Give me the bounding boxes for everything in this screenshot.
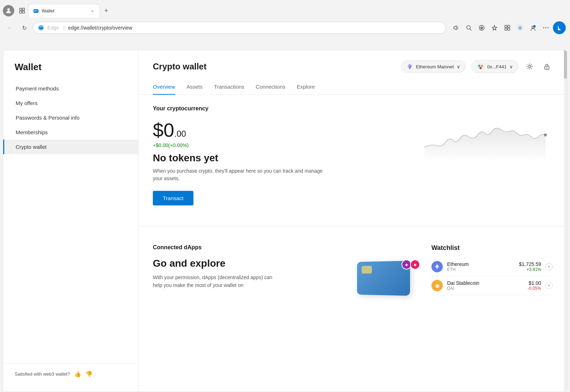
connected-dapps-section: Connected dApps Go and explore With your… [153, 244, 420, 297]
dai-remove-button[interactable]: × [545, 282, 553, 289]
main-content: Crypto wallet Ethereum Mainnet ∨ [139, 50, 567, 392]
tab-overview[interactable]: Overview [153, 80, 175, 95]
svg-point-0 [7, 8, 10, 11]
network-name: Ethereum Mainnet [416, 64, 454, 69]
sidebar-item-payment-methods[interactable]: Payment methods [3, 81, 138, 96]
thumbs-down-icon[interactable]: 👎 [86, 371, 93, 377]
tab-switcher-icon[interactable] [17, 6, 27, 16]
dai-change: -0.05% [528, 286, 541, 291]
dapps-chain-icons: ◈ ◈ [401, 260, 420, 270]
url-display[interactable]: edge://wallet/crypto/overview [68, 25, 441, 31]
address-bar[interactable]: Edge | edge://wallet/crypto/overview [33, 22, 446, 34]
sidebar-item-memberships[interactable]: Memberships [3, 125, 138, 140]
svg-point-33 [529, 66, 531, 68]
settings-icon[interactable] [524, 61, 535, 72]
eth-coin-icon [431, 261, 443, 272]
tab-assets[interactable]: Assets [187, 80, 203, 95]
svg-rect-3 [20, 11, 22, 13]
more-options-icon[interactable] [540, 22, 551, 33]
dai-price-area: $1.00 -0.05% [528, 280, 541, 291]
watchlist-item-eth: Ethereum ETH $1,725.59 +3.81% × [431, 257, 553, 276]
svg-rect-16 [508, 28, 510, 30]
profile-icon[interactable] [3, 5, 14, 16]
svg-point-22 [543, 27, 544, 28]
sidebar: Wallet Payment methods My offers Passwor… [3, 50, 139, 392]
dapps-heading: Go and explore [153, 258, 349, 269]
crypto-chart [417, 119, 553, 165]
sidebar-item-passwords-personal[interactable]: Passwords & Personal info [3, 110, 138, 125]
network-chevron-icon: ∨ [457, 64, 460, 69]
eth-coin-symbol: ETH [447, 267, 515, 272]
bing-chat-button[interactable] [553, 21, 566, 34]
balance-section: $0.00 +$0.00(+0.00%) No tokens yet When … [153, 119, 553, 205]
svg-line-11 [470, 29, 471, 30]
bottom-grid: Connected dApps Go and explore With your… [139, 234, 567, 308]
watchlist-title: Watchlist [431, 244, 553, 252]
network-selector[interactable]: Ethereum Mainnet ∨ [401, 61, 466, 73]
tab-transactions[interactable]: Transactions [214, 80, 244, 95]
balance-cents: .00 [174, 129, 186, 139]
active-tab[interactable]: Wallet × [28, 4, 100, 17]
address-separator: Edge [47, 25, 59, 31]
connected-dapps-title: Connected dApps [153, 244, 420, 251]
scrollbar-thumb[interactable] [564, 50, 567, 79]
dapps-content: Go and explore With your permission, dAp… [153, 258, 349, 289]
eth-remove-button[interactable]: × [545, 263, 553, 270]
profile-menu-icon[interactable]: + [527, 22, 539, 33]
svg-rect-4 [22, 11, 25, 13]
favorites-icon[interactable] [489, 22, 500, 33]
dai-coin-symbol: DAI [447, 286, 523, 291]
svg-rect-2 [22, 8, 25, 10]
page-title: Crypto wallet [153, 62, 207, 72]
tab-bar: Wallet × + [0, 0, 570, 19]
tab-connections[interactable]: Connections [256, 80, 285, 95]
favorites-add-icon[interactable] [476, 22, 487, 33]
tab-close-button[interactable]: × [89, 8, 95, 14]
svg-point-30 [478, 65, 480, 67]
sidebar-feedback: Satisfied with web3 wallet? 👍 👎 [3, 363, 138, 385]
svg-rect-13 [505, 25, 507, 27]
svg-rect-1 [20, 8, 22, 10]
cryptocurrency-section-title: Your cryptocurrency [153, 105, 553, 112]
no-tokens-description: When you purchase crypto, they'll appear… [153, 167, 331, 182]
svg-point-23 [545, 27, 546, 28]
back-button[interactable]: ← [4, 22, 16, 33]
svg-point-36 [544, 134, 547, 136]
svg-text:+: + [534, 25, 535, 27]
scrollbar-track [564, 50, 567, 392]
tabs-bar: Overview Assets Transactions Connections… [139, 73, 567, 95]
balance-left: $0.00 +$0.00(+0.00%) No tokens yet When … [153, 119, 331, 205]
chart-svg [417, 119, 553, 169]
thumbs-up-icon[interactable]: 👍 [74, 371, 81, 377]
transact-button[interactable]: Transact [153, 191, 193, 205]
balance-amount: $0.00 [153, 119, 331, 141]
section-divider [139, 226, 567, 226]
collections-icon[interactable] [502, 22, 513, 33]
tab-explore[interactable]: Explore [297, 80, 315, 95]
tab-favicon-icon [33, 8, 39, 14]
lock-icon[interactable] [541, 61, 553, 72]
account-selector[interactable]: 0x...F441 ∨ [471, 60, 518, 73]
search-icon[interactable] [463, 22, 475, 33]
browser-brand-icon[interactable]: e [514, 22, 526, 33]
main-header: Crypto wallet Ethereum Mainnet ∨ [139, 50, 567, 73]
eth-change: +3.81% [519, 267, 541, 272]
account-avatar-icon [477, 63, 484, 70]
no-tokens-title: No tokens yet [153, 152, 331, 164]
sidebar-item-crypto-wallet[interactable]: Crypto wallet [3, 140, 138, 154]
sidebar-item-my-offers[interactable]: My offers [3, 96, 138, 110]
svg-rect-15 [505, 28, 507, 30]
eth-coin-name: Ethereum [447, 261, 515, 267]
address-pipe: | [63, 25, 65, 31]
dapps-visual-area: ◈ ◈ [356, 258, 420, 297]
new-tab-button[interactable]: + [101, 6, 111, 16]
svg-point-12 [479, 25, 484, 30]
ethereum-network-icon [406, 63, 413, 70]
dai-coin-icon: ◉ [431, 280, 443, 291]
watchlist-item-dai: ◉ Dai Stablecoin DAI $1.00 -0.05% × [431, 276, 553, 295]
read-aloud-icon[interactable] [450, 22, 462, 33]
header-controls: Ethereum Mainnet ∨ 0x...F441 ∨ [401, 60, 553, 73]
svg-point-35 [546, 68, 548, 69]
refresh-button[interactable]: ↻ [19, 22, 30, 33]
edge-logo-icon [38, 25, 44, 31]
